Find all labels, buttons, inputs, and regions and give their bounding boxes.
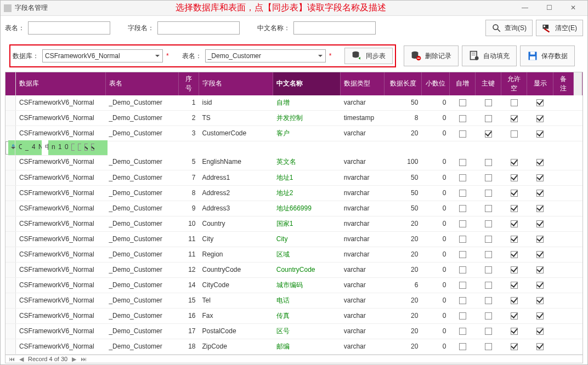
checkbox[interactable] xyxy=(459,312,466,320)
col-null[interactable]: 允许空 xyxy=(501,72,527,95)
checkbox[interactable] xyxy=(459,205,466,212)
checkbox[interactable] xyxy=(536,236,544,243)
checkbox[interactable] xyxy=(459,220,466,227)
clear-button[interactable]: 清空(E) xyxy=(536,20,583,36)
checkbox[interactable] xyxy=(536,343,544,350)
col-show[interactable]: 显示 xyxy=(527,72,553,95)
checkbox[interactable] xyxy=(459,266,466,273)
checkbox[interactable] xyxy=(536,220,544,227)
checkbox[interactable] xyxy=(485,266,492,273)
checkbox[interactable] xyxy=(511,205,518,212)
query-button[interactable]: 查询(S) xyxy=(485,20,533,36)
table-select[interactable]: _Demo_Customer xyxy=(205,49,326,62)
table-row[interactable]: CSFrameworkV6_Normal_Demo_Customer11City… xyxy=(5,231,583,247)
col-seq[interactable]: 序号 xyxy=(179,72,199,95)
checkbox[interactable] xyxy=(459,251,466,258)
close-button[interactable]: ✕ xyxy=(562,3,584,14)
cell-cn[interactable]: 自增 xyxy=(273,95,341,111)
checkbox[interactable] xyxy=(536,190,544,197)
table-row[interactable]: CSFrameworkV6_Normal_Demo_Customer18ZipC… xyxy=(5,339,583,354)
nav-prev[interactable]: ◀ xyxy=(19,355,24,363)
autofill-button[interactable]: 自动填充 xyxy=(462,45,517,66)
delete-button[interactable]: 删除记录 xyxy=(404,45,459,66)
checkbox[interactable] xyxy=(459,99,466,106)
cell-cn[interactable]: 地址666999 xyxy=(273,201,341,216)
table-row[interactable]: CSFrameworkV6_Normal_Demo_Customer5Engli… xyxy=(5,155,583,170)
col-fld[interactable]: 字段名 xyxy=(199,72,273,95)
checkbox[interactable] xyxy=(485,220,492,227)
table-row[interactable]: CSFrameworkV6_Normal_Demo_Customer11Regi… xyxy=(5,247,583,262)
checkbox[interactable] xyxy=(511,343,518,350)
checkbox[interactable] xyxy=(459,282,466,289)
col-auto[interactable]: 自增 xyxy=(450,72,476,95)
checkbox[interactable] xyxy=(485,282,492,289)
table-row[interactable]: CSFrameworkV6_Normal_Demo_Customer1isid自… xyxy=(5,95,583,111)
checkbox[interactable] xyxy=(536,115,544,122)
checkbox[interactable] xyxy=(536,297,544,304)
table-row[interactable]: CSFrameworkV6_Normal_Demo_Customer3Custo… xyxy=(5,126,583,141)
cell-cn[interactable]: 英文名 xyxy=(273,155,341,170)
checkbox[interactable] xyxy=(485,343,492,350)
table-row[interactable]: CSFrameworkV6_Normal_Demo_Customer8Addre… xyxy=(5,185,583,201)
checkbox[interactable] xyxy=(91,144,94,151)
cell-cn[interactable]: 区域 xyxy=(273,247,341,262)
checkbox[interactable] xyxy=(536,130,544,138)
col-tbl[interactable]: 表名 xyxy=(105,72,178,95)
checkbox[interactable] xyxy=(459,174,466,181)
table-row[interactable]: CSFrameworkV6_Normal_Demo_Customer10Coun… xyxy=(5,216,583,231)
checkbox[interactable] xyxy=(485,205,492,212)
table-row[interactable]: CSFrameworkV6_Normal_Demo_Customer16Fax传… xyxy=(5,308,583,323)
cell-cn[interactable]: 地址1 xyxy=(273,170,341,185)
col-cn[interactable]: 中文名称 xyxy=(273,72,341,95)
checkbox[interactable] xyxy=(511,159,518,166)
col-db[interactable]: 数据库 xyxy=(15,72,105,95)
col-type[interactable]: 数据类型 xyxy=(341,72,385,95)
checkbox[interactable] xyxy=(485,130,492,138)
checkbox[interactable] xyxy=(485,159,492,166)
checkbox[interactable] xyxy=(511,266,518,273)
checkbox[interactable] xyxy=(459,130,466,138)
checkbox[interactable] xyxy=(511,282,518,289)
cell-cn[interactable]: 地址2 xyxy=(273,185,341,201)
sync-button[interactable]: 同步表 xyxy=(344,48,393,64)
checkbox[interactable] xyxy=(511,328,518,335)
table-row[interactable]: CSFrameworkV6_Normal_Demo_Customer12Coun… xyxy=(5,262,583,277)
cell-cn[interactable]: 城市编码 xyxy=(273,277,341,293)
minimize-button[interactable]: — xyxy=(514,3,536,14)
checkbox[interactable] xyxy=(485,174,492,181)
checkbox[interactable] xyxy=(511,236,518,243)
col-len[interactable]: 数据长度 xyxy=(385,72,422,95)
checkbox[interactable] xyxy=(485,312,492,320)
maximize-button[interactable]: ☐ xyxy=(538,3,560,14)
filter-cnname-input[interactable] xyxy=(293,21,376,35)
checkbox[interactable] xyxy=(511,251,518,258)
checkbox[interactable] xyxy=(536,251,544,258)
checkbox[interactable] xyxy=(511,130,518,138)
cell-cn[interactable]: City xyxy=(273,231,341,247)
cell-cn[interactable]: CountryCode xyxy=(273,262,341,277)
checkbox[interactable] xyxy=(485,99,492,106)
checkbox[interactable] xyxy=(485,190,492,197)
checkbox[interactable] xyxy=(78,144,81,151)
cell-cn[interactable]: 并发控制 xyxy=(273,111,341,126)
checkbox[interactable] xyxy=(485,297,492,304)
checkbox[interactable] xyxy=(459,343,466,350)
table-row[interactable]: CSFrameworkV6_Normal_Demo_Customer14City… xyxy=(5,277,583,293)
checkbox[interactable] xyxy=(511,220,518,227)
table-row[interactable]: CSFrameworkV6_Normal_Demo_Customer15Tel电… xyxy=(5,293,583,308)
checkbox[interactable] xyxy=(536,99,544,106)
checkbox[interactable] xyxy=(536,266,544,273)
filter-field-input[interactable] xyxy=(157,21,240,35)
col-dec[interactable]: 小数位 xyxy=(421,72,449,95)
nav-last[interactable]: ⏭ xyxy=(81,355,87,363)
nav-next[interactable]: ▶ xyxy=(72,355,76,363)
cell-cn[interactable]: 区号 xyxy=(273,323,341,339)
cell-cn[interactable]: 传真 xyxy=(273,308,341,323)
checkbox[interactable] xyxy=(511,297,518,304)
cell-cn[interactable]: 国家1 xyxy=(273,216,341,231)
col-rmk[interactable]: 备注 xyxy=(553,72,573,95)
cell-cn[interactable]: 中文名称 xyxy=(42,140,48,156)
checkbox[interactable] xyxy=(459,236,466,243)
checkbox[interactable] xyxy=(485,115,492,122)
checkbox[interactable] xyxy=(459,159,466,166)
